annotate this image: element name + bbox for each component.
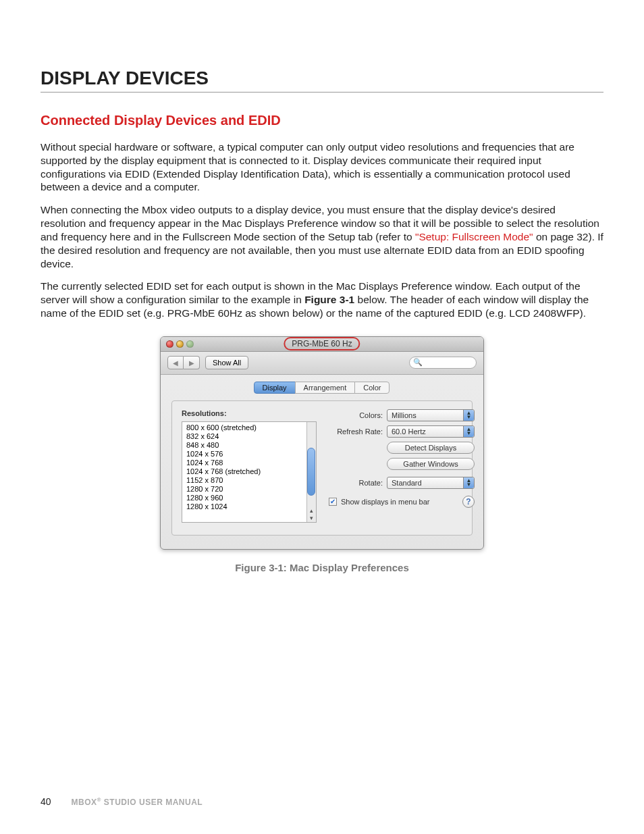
subsection-heading: Connected Display Devices and EDID — [41, 113, 603, 128]
menubar-checkbox-label: Show displays in menu bar — [341, 498, 429, 506]
help-icon[interactable]: ? — [462, 496, 475, 508]
refresh-rate-label: Refresh Rate: — [329, 427, 383, 436]
forward-button[interactable]: ▶ — [184, 356, 200, 369]
paragraph-2: When connecting the Mbox video outputs t… — [41, 203, 603, 270]
close-icon[interactable] — [166, 340, 173, 348]
section-heading: DISPLAY DEVICES — [41, 68, 603, 93]
list-item[interactable]: 1024 x 576 — [186, 450, 305, 459]
scrollbar[interactable]: ▴ ▾ — [306, 422, 316, 522]
tab-display[interactable]: Display — [254, 382, 296, 394]
scroll-down-icon[interactable]: ▾ — [308, 515, 315, 521]
titlebar: PRG-MbE 60 Hz — [161, 337, 483, 352]
colors-popup[interactable]: Millions ▲▼ — [387, 409, 475, 421]
gather-windows-button[interactable]: Gather Windows — [387, 458, 475, 470]
back-button[interactable]: ◀ — [167, 356, 184, 369]
figure-ref: Figure 3-1 — [304, 294, 354, 305]
list-item[interactable]: 1152 x 870 — [186, 476, 305, 485]
refresh-rate-popup[interactable]: 60.0 Hertz ▲▼ — [387, 425, 475, 438]
resolutions-label: Resolutions: — [182, 409, 317, 417]
list-item[interactable]: 1280 x 720 — [186, 485, 305, 494]
figure-caption: Figure 3-1: Mac Display Preferences — [41, 562, 603, 573]
list-item[interactable]: 848 x 480 — [186, 441, 305, 450]
rotate-popup[interactable]: Standard ▲▼ — [387, 477, 475, 489]
show-all-button[interactable]: Show All — [205, 356, 248, 369]
list-item[interactable]: 1024 x 768 — [186, 459, 305, 467]
list-item[interactable]: 1280 x 960 — [186, 494, 305, 502]
list-item[interactable]: 832 x 624 — [186, 432, 305, 441]
resolutions-list[interactable]: 800 x 600 (stretched) 832 x 624 848 x 48… — [182, 421, 317, 523]
paragraph-3: The currently selected EDID set for each… — [41, 280, 603, 319]
tab-bar: DisplayArrangementColor — [161, 375, 483, 400]
rotate-value: Standard — [392, 479, 422, 487]
footer: 40 MBOX® STUDIO USER MANUAL — [41, 796, 203, 807]
display-pane: Resolutions: 800 x 600 (stretched) 832 x… — [171, 400, 473, 536]
dropdown-icon: ▲▼ — [463, 426, 474, 437]
minimize-icon[interactable] — [176, 340, 184, 348]
mac-displays-window: PRG-MbE 60 Hz ◀ ▶ Show All 🔍 DisplayArra… — [160, 336, 484, 550]
footer-doc-title: MBOX® STUDIO USER MANUAL — [72, 797, 203, 807]
dropdown-icon: ▲▼ — [463, 410, 474, 421]
colors-label: Colors: — [329, 411, 383, 419]
detect-displays-button[interactable]: Detect Displays — [387, 442, 475, 454]
zoom-icon[interactable] — [186, 340, 194, 348]
window-title-highlight: PRG-MbE 60 Hz — [284, 337, 360, 350]
crossref-link[interactable]: "Setup: Fullscreen Mode" — [415, 231, 533, 242]
page-number: 40 — [41, 796, 51, 807]
list-item[interactable]: 1024 x 768 (stretched) — [186, 467, 305, 476]
scrollbar-thumb[interactable] — [307, 448, 315, 496]
toolbar: ◀ ▶ Show All 🔍 — [161, 352, 483, 375]
rotate-label: Rotate: — [329, 479, 383, 487]
tab-arrangement[interactable]: Arrangement — [295, 382, 356, 394]
menubar-checkbox[interactable]: ✔ — [329, 498, 337, 506]
list-item[interactable]: 800 x 600 (stretched) — [186, 423, 305, 432]
search-icon: 🔍 — [413, 358, 423, 367]
scroll-up-icon[interactable]: ▴ — [308, 507, 315, 514]
dropdown-icon: ▲▼ — [463, 477, 474, 488]
paragraph-1: Without special hardware or software, a … — [41, 140, 603, 194]
colors-value: Millions — [392, 411, 417, 419]
refresh-rate-value: 60.0 Hertz — [392, 427, 426, 436]
list-item[interactable]: 1280 x 1024 — [186, 502, 305, 511]
tab-color[interactable]: Color — [354, 382, 390, 394]
